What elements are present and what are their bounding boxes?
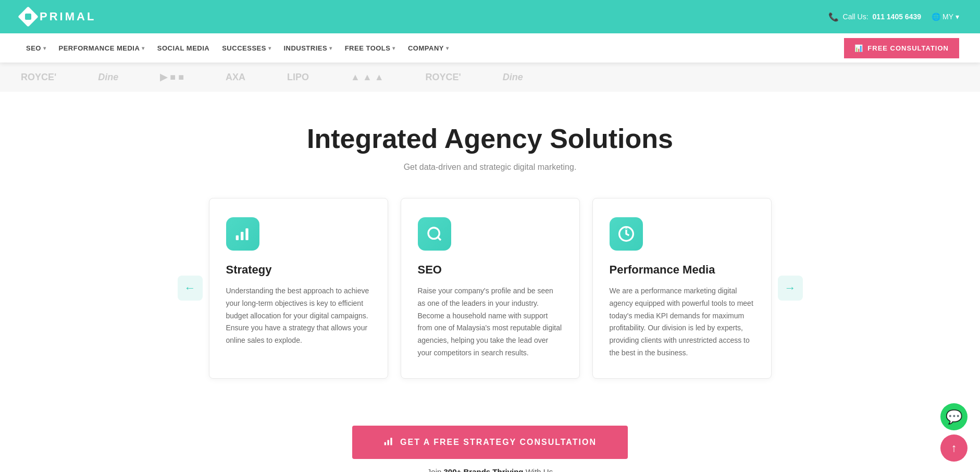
navbar-right: 📞 Call Us: 011 1405 6439 🌐 MY ▾ [828,12,959,22]
freetools-chevron-icon: ▾ [392,45,395,51]
language-selector[interactable]: 🌐 MY ▾ [932,13,959,21]
performance-chevron-icon: ▾ [142,45,145,51]
nav-cta-button[interactable]: 📊 FREE CONSULTATION [844,38,959,58]
industries-chevron-icon: ▾ [329,45,332,51]
nav-item-free-tools[interactable]: FREE TOOLS ▾ [340,33,401,63]
cards-wrapper: ← Strategy Understanding the best approa… [178,198,803,379]
card-seo: SEO Raise your company's profile and be … [401,198,580,379]
ticker-royce: ROYCE' [21,72,56,83]
nav-item-performance-media[interactable]: PERFORMANCE MEDIA ▾ [53,33,150,63]
cta-main-button[interactable]: GET A FREE STRATEGY CONSULTATION [352,426,628,459]
seo-chevron-icon: ▾ [43,45,46,51]
nav-cta-chart-icon: 📊 [854,44,863,52]
svg-rect-2 [245,228,248,240]
whatsapp-float-button[interactable]: 💬 [940,403,967,430]
nav-social-label: SOCIAL MEDIA [157,44,209,52]
brands-suffix: With Us [526,467,553,472]
nav-seo-label: SEO [26,44,41,52]
nav-performance-label: PERFORMANCE MEDIA [58,44,140,52]
card-strategy: Strategy Understanding the best approach… [209,198,388,379]
successes-chevron-icon: ▾ [268,45,271,51]
ticker-brand6: ▲ ▲ ▲ [351,72,383,83]
nav-menu: SEO ▾ PERFORMANCE MEDIA ▾ SOCIAL MEDIA S… [0,33,980,63]
svg-rect-6 [384,442,386,445]
nav-item-seo[interactable]: SEO ▾ [21,33,51,63]
nav-company-label: COMPANY [408,44,444,52]
strategy-icon [226,217,259,251]
logo-text: PRIMAL [40,10,96,23]
svg-rect-8 [390,438,392,445]
ticker-brand8: Dine [503,72,523,83]
main-content: Integrated Agency Solutions Get data-dri… [0,92,980,400]
navbar-logo[interactable]: PRIMAL [21,9,96,24]
call-number: 011 1405 6439 [873,13,921,21]
cards-container: Strategy Understanding the best approach… [209,198,772,379]
ticker-dine: Dine [98,72,118,83]
lang-text: MY [942,13,953,21]
card-performance-desc: We are a performance marketing digital a… [610,285,754,359]
cta-main-chart-icon [383,436,394,449]
next-arrow-button[interactable]: → [778,276,803,301]
nav-freetools-label: FREE TOOLS [345,44,391,52]
seo-card-icon [418,217,451,251]
card-strategy-title: Strategy [226,263,371,277]
hero-title: Integrated Agency Solutions [21,123,959,154]
card-seo-desc: Raise your company's profile and be seen… [418,285,563,359]
nav-item-company[interactable]: COMPANY ▾ [403,33,454,63]
performance-media-card-icon [610,217,643,251]
nav-items: SEO ▾ PERFORMANCE MEDIA ▾ SOCIAL MEDIA S… [21,33,844,63]
globe-icon: 🌐 [932,13,940,21]
ticker-brand7: ROYCE' [426,72,461,83]
brands-count: 300+ Brands Thriving [444,467,524,472]
svg-point-3 [428,228,439,239]
cta-brands-text: Join 300+ Brands Thriving With Us [21,467,959,472]
navbar: PRIMAL 📞 Call Us: 011 1405 6439 🌐 MY ▾ [0,0,980,33]
arrow-up-icon: ↑ [951,441,957,455]
phone-icon: 📞 [828,12,839,22]
cta-section: GET A FREE STRATEGY CONSULTATION Join 30… [0,400,980,472]
card-seo-title: SEO [418,263,563,277]
cta-main-label: GET A FREE STRATEGY CONSULTATION [400,438,597,447]
lang-chevron-icon: ▾ [956,13,959,21]
whatsapp-icon: 💬 [946,409,962,425]
svg-line-4 [438,237,441,240]
nav-industries-label: INDUSTRIES [283,44,327,52]
nav-item-social-media[interactable]: SOCIAL MEDIA [152,33,215,63]
ticker-lipo: LIPO [287,72,309,83]
card-performance-title: Performance Media [610,263,754,277]
brands-prefix: Join [427,467,442,472]
call-label: Call Us: [843,13,869,21]
card-performance-media: Performance Media We are a performance m… [592,198,772,379]
nav-item-industries[interactable]: INDUSTRIES ▾ [278,33,337,63]
card-strategy-desc: Understanding the best approach to achie… [226,285,371,347]
svg-rect-1 [241,232,243,240]
svg-rect-0 [235,235,238,240]
nav-successes-label: SUCCESSES [222,44,266,52]
scroll-top-button[interactable]: ↑ [940,434,967,462]
call-info: 📞 Call Us: 011 1405 6439 [828,12,921,22]
hero-subtitle: Get data-driven and strategic digital ma… [21,163,959,172]
prev-arrow-button[interactable]: ← [178,276,203,301]
ticker-axa: AXA [226,72,245,83]
svg-rect-7 [388,440,389,445]
nav-cta-label: FREE CONSULTATION [867,44,949,52]
company-chevron-icon: ▾ [446,45,449,51]
ticker-band: ROYCE' Dine ▶ ■ ■ AXA LIPO ▲ ▲ ▲ ROYCE' … [0,63,980,92]
nav-item-successes[interactable]: SUCCESSES ▾ [217,33,276,63]
ticker-brand3: ▶ ■ ■ [160,71,184,83]
logo-icon [18,6,39,27]
